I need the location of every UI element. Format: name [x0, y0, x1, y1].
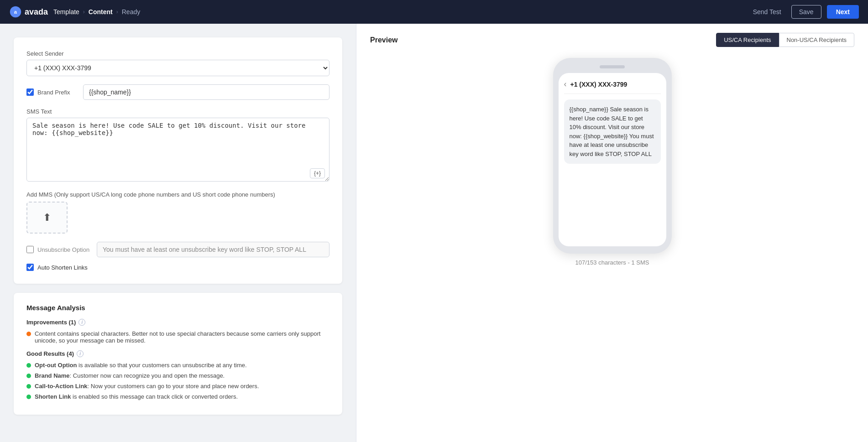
brand-prefix-checkbox-wrap: Brand Prefix [26, 88, 78, 96]
top-nav: a avada Template › Content › Ready Send … [0, 0, 868, 24]
improvement-item-0: Content contains special characters. Bet… [26, 330, 329, 344]
good-result-dot-1 [26, 374, 31, 378]
mms-upload-box[interactable]: ⬆ [26, 202, 68, 234]
brand-prefix-checkbox[interactable] [26, 88, 34, 96]
sms-text-label: SMS Text [26, 108, 329, 115]
auto-shorten-row: Auto Shorten Links [26, 264, 329, 271]
auto-shorten-checkbox[interactable] [26, 264, 34, 271]
next-button[interactable]: Next [827, 5, 859, 19]
phone-header: ‹ +1 (XXX) XXX-3799 [564, 79, 661, 94]
breadcrumb-ready: Ready [122, 8, 140, 16]
unsubscribe-checkbox[interactable] [26, 246, 34, 253]
phone-mockup: ‹ +1 (XXX) XXX-3799 {{shop_name}} Sale s… [553, 58, 672, 266]
sms-text-group: SMS Text {+} [26, 108, 329, 183]
improvements-section: Improvements (1) i [26, 319, 329, 326]
sms-insert-button[interactable]: {+} [310, 168, 325, 178]
main-layout: Select Sender +1 (XXX) XXX-3799 Brand Pr… [0, 24, 868, 442]
phone-back-icon: ‹ [564, 79, 567, 89]
phone-speaker [600, 65, 625, 68]
analysis-title: Message Analysis [26, 304, 329, 312]
good-result-0: Opt-out Option is available so that your… [26, 362, 329, 369]
good-result-text-0: Opt-out Option is available so that your… [35, 362, 247, 369]
phone-screen: ‹ +1 (XXX) XXX-3799 {{shop_name}} Sale s… [559, 73, 666, 246]
logo-icon: a [9, 5, 22, 18]
phone-top [559, 65, 666, 68]
logo: a avada [9, 5, 48, 18]
good-results-label: Good Results (4) [26, 350, 74, 357]
good-results-info-icon[interactable]: i [77, 350, 84, 357]
good-result-text-2: Call-to-Action Link: Now your customers … [35, 383, 259, 390]
good-result-dot-0 [26, 363, 31, 368]
brand-prefix-input[interactable] [83, 84, 329, 100]
nav-left: a avada Template › Content › Ready [9, 5, 140, 18]
sms-text-input[interactable] [26, 118, 329, 182]
form-card: Select Sender +1 (XXX) XXX-3799 Brand Pr… [14, 37, 342, 284]
tab-nonusca[interactable]: Non-US/CA Recipients [779, 33, 855, 47]
preview-title: Preview [370, 36, 397, 44]
nav-right: Send Test Save Next [748, 5, 859, 19]
tab-usca[interactable]: US/CA Recipients [716, 33, 779, 47]
good-result-text-1: Brand Name: Customer now can recognize y… [35, 372, 225, 379]
analysis-card: Message Analysis Improvements (1) i Cont… [14, 293, 342, 415]
unsubscribe-checkbox-wrap: Unsubscribe Option [26, 246, 92, 253]
good-result-3: Shorten Link is enabled so this message … [26, 393, 329, 400]
preview-header: Preview US/CA Recipients Non-US/CA Recip… [370, 33, 854, 47]
good-result-text-3: Shorten Link is enabled so this message … [35, 393, 238, 400]
phone-outer: ‹ +1 (XXX) XXX-3799 {{shop_name}} Sale s… [553, 58, 672, 254]
breadcrumb-sep2: › [116, 9, 118, 15]
good-results-section: Good Results (4) i [26, 350, 329, 357]
breadcrumb-content: Content [89, 8, 113, 16]
sender-select[interactable]: +1 (XXX) XXX-3799 [26, 60, 329, 76]
select-sender-group: Select Sender +1 (XXX) XXX-3799 [26, 50, 329, 76]
unsubscribe-label: Unsubscribe Option [37, 246, 92, 253]
good-result-dot-2 [26, 384, 31, 389]
phone-number-display: +1 (XXX) XXX-3799 [570, 81, 627, 88]
logo-text: avada [25, 7, 48, 17]
char-count-text: 107/153 characters - 1 SMS [575, 259, 649, 266]
breadcrumb-template: Template [53, 8, 79, 16]
unsubscribe-input[interactable] [97, 242, 329, 257]
preview-tabs: US/CA Recipients Non-US/CA Recipients [716, 33, 854, 47]
left-panel: Select Sender +1 (XXX) XXX-3799 Brand Pr… [0, 24, 356, 442]
mms-label: Add MMS (Only support US/CA long code ph… [26, 191, 329, 198]
save-button[interactable]: Save [791, 5, 821, 19]
svg-text:a: a [14, 9, 17, 15]
good-result-1: Brand Name: Customer now can recognize y… [26, 372, 329, 379]
breadcrumb: Template › Content › Ready [53, 8, 140, 16]
phone-char-count: 107/153 characters - 1 SMS [553, 259, 672, 266]
brand-prefix-label: Brand Prefix [37, 89, 78, 96]
phone-message-bubble: {{shop_name}} Sale season is here! Use c… [564, 99, 661, 164]
send-test-button[interactable]: Send Test [748, 5, 786, 18]
improvement-dot [26, 332, 31, 336]
phone-message-text: {{shop_name}} Sale season is here! Use c… [570, 106, 654, 157]
brand-prefix-row: Brand Prefix [26, 84, 329, 100]
good-result-2: Call-to-Action Link: Now your customers … [26, 383, 329, 390]
auto-shorten-label: Auto Shorten Links [37, 264, 88, 271]
mms-group: Add MMS (Only support US/CA long code ph… [26, 191, 329, 234]
improvement-text-0: Content contains special characters. Bet… [35, 330, 329, 344]
select-sender-label: Select Sender [26, 50, 329, 57]
upload-icon: ⬆ [43, 212, 51, 224]
improvements-label: Improvements (1) [26, 319, 76, 326]
unsubscribe-row: Unsubscribe Option [26, 242, 329, 257]
breadcrumb-sep1: › [83, 9, 85, 15]
good-result-dot-3 [26, 395, 31, 399]
right-panel: Preview US/CA Recipients Non-US/CA Recip… [356, 24, 868, 442]
improvements-info-icon[interactable]: i [78, 319, 85, 326]
